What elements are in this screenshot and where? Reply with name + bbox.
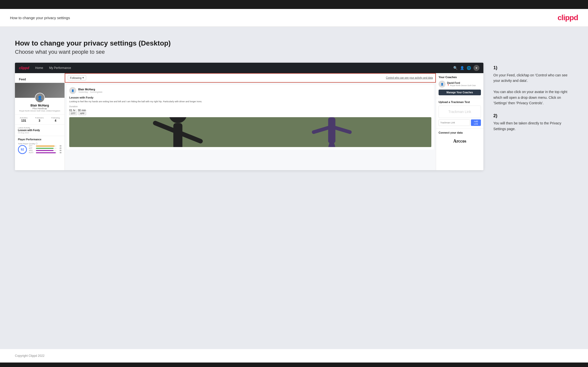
trackman-input-row: Add Link [439,119,481,126]
nav-my-performance[interactable]: My Performance [49,66,71,70]
site-header: How to change your privacy settings clip… [0,9,588,27]
step1-text: On your Feed, click/tap on 'Control who … [493,72,573,106]
post-author-meta: Yesterday · Sunningdale [78,91,102,93]
feed-tab[interactable]: Feed [15,76,65,83]
stat-activities: Activities 131 [20,117,28,122]
connect-title: Connect your data [439,131,481,134]
trackman-title: Upload a Trackman Test [439,101,481,104]
player-performance: Player Performance Total Player Quality … [15,136,65,156]
coaches-title: Your Coaches [439,76,481,79]
following-button[interactable]: Following ▾ [68,75,86,80]
profile-avatar: 👤 [35,93,45,103]
trackman-section: Upload a Trackman Test Trackman Link Add… [436,98,483,129]
coach-name: David Ford [447,82,476,84]
profile-stats: Activities 131 Followers 3 Following 4 [15,114,65,125]
feed-header-wrapper: Following ▾ Control who can see your act… [65,73,436,83]
app-mockup: clippd Home My Performance 🔍 👤 🌐 ▼ Feed [15,63,483,170]
app-logo: clippd [19,66,29,70]
stat-followers-value: 3 [35,119,44,122]
app-feed: Following ▾ Control who can see your act… [65,73,436,170]
page-heading: How to change your privacy settings (Des… [15,39,573,47]
app-sidebar: Feed 👤 Blair McHarg Plus Handicap Royal … [15,73,65,170]
post-tags: OTT APP [69,112,431,115]
stat-following: Following 4 [51,117,60,122]
tpq-label: Total Player Quality ⓘ [18,142,62,145]
stat-following-value: 4 [51,119,60,122]
user-icon[interactable]: 👤 [460,66,464,70]
feed-header: Following ▾ Control who can see your act… [65,73,436,83]
instruction-step-1: 1) On your Feed, click/tap on 'Control w… [493,65,573,106]
content-grid: clippd Home My Performance 🔍 👤 🌐 ▼ Feed [15,63,573,170]
connect-section: Connect your data Arccos [436,129,483,149]
post-image [69,117,431,147]
add-link-button[interactable]: Add Link [471,119,481,126]
copyright-text: Copyright Clippd 2022 [15,354,45,358]
latest-label: Latest Activity [18,127,62,129]
user-avatar-btn[interactable]: ▼ [473,65,479,71]
profile-banner: 👤 [15,83,65,98]
coaches-section: Your Coaches 👤 David Ford 📍 Royal North … [436,73,483,98]
main-content: How to change your privacy settings (Des… [0,27,588,349]
stat-activities-value: 131 [20,119,28,122]
latest-date: 03 Aug 2022 [18,132,62,134]
trackman-input-area: Trackman Link [439,105,481,118]
step1-number: 1) [493,65,573,70]
tpq-circle: 92 [18,145,27,154]
post-author-avatar: 👤 [69,87,76,94]
profile-handicap: Plus Handicap [18,107,62,110]
post-author: 👤 Blair McHarg Yesterday · Sunningdale [69,87,431,94]
profile-card: 👤 Blair McHarg Plus Handicap Royal North… [15,83,65,156]
trackman-placeholder: Trackman Link [441,110,478,114]
latest-activity-title: Lesson with Fordy [18,129,62,132]
stat-following-label: Following [51,117,60,119]
coach-avatar: 👤 [439,81,446,88]
arccos-logo: Arccos [439,136,481,146]
tpq-bars: OTT 90 APP 85 [29,145,62,154]
coach-club: 📍 Royal North Devon Golf Club [447,84,476,87]
app-right-panel: Your Coaches 👤 David Ford 📍 Royal North … [436,73,483,170]
profile-club: Royal North Devon Golf Club, United King… [18,110,62,112]
stat-followers: Followers 3 [35,117,44,122]
post-title: Lesson with Fordy [69,96,431,99]
post-author-name: Blair McHarg [78,88,102,91]
stat-activities-label: Activities [20,117,28,119]
page-breadcrumb: How to change your privacy settings [10,16,70,20]
globe-icon[interactable]: 🌐 [467,66,471,70]
post-duration-label: Duration [69,105,431,108]
bottom-bar [0,363,588,367]
profile-name: Blair McHarg [18,104,62,107]
svg-rect-0 [69,117,431,147]
post-tag-ott: OTT [69,112,77,115]
location-icon: 📍 [447,84,450,87]
top-bar [0,0,588,9]
step2-text: You will then be taken directly to the P… [493,120,573,132]
feed-post: 👤 Blair McHarg Yesterday · Sunningdale L… [67,85,434,150]
post-body: Looking to feel like my hands are exitin… [69,100,431,103]
tpq-bar-ott: OTT 90 [29,145,62,147]
app-body: Feed 👤 Blair McHarg Plus Handicap Royal … [15,73,483,170]
manage-coaches-button[interactable]: Manage Your Coaches [439,90,481,95]
app-navbar: clippd Home My Performance 🔍 👤 🌐 ▼ [15,63,483,73]
post-tag-app: APP [78,112,86,115]
control-privacy-link[interactable]: Control who can see your activity and da… [386,76,433,79]
perf-title: Player Performance [18,138,62,141]
post-image-svg [69,117,431,147]
page-subheading: Choose what you want people to see [15,49,573,55]
tpq-row: 92 OTT 90 APP [18,145,62,154]
coach-item: 👤 David Ford 📍 Royal North Devon Golf Cl… [439,81,481,88]
tpq-bar-app: APP 85 [29,147,62,149]
instruction-step-2: 2) You will then be taken directly to th… [493,113,573,132]
site-logo: clippd [558,13,578,22]
search-icon[interactable]: 🔍 [453,66,457,70]
trackman-text-input[interactable] [439,119,470,126]
nav-home[interactable]: Home [35,66,43,70]
tpq-bar-arg: ARG 86 [29,150,62,151]
site-footer: Copyright Clippd 2022 [0,349,588,363]
instructions-panel: 1) On your Feed, click/tap on 'Control w… [493,63,573,139]
tpq-bar-putt: PUTT 96 [29,152,62,154]
latest-activity: Latest Activity Lesson with Fordy 03 Aug… [15,125,65,136]
post-duration-value: 01 hr : 30 min [69,109,431,112]
stat-followers-label: Followers [35,117,44,119]
svg-rect-9 [328,117,335,143]
coach-info: David Ford 📍 Royal North Devon Golf Club [447,82,476,87]
